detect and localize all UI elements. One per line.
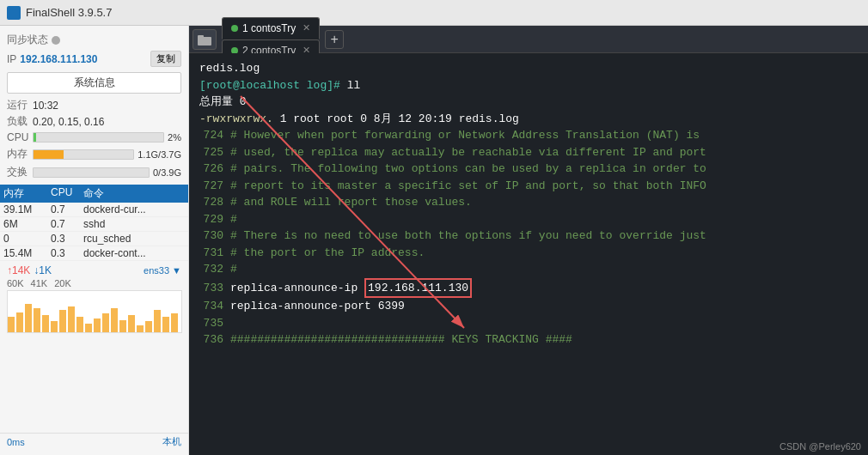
line-number: 733 <box>199 280 223 297</box>
terminal-comment: # There is no need to use both the optio… <box>230 229 706 242</box>
svg-rect-15 <box>137 325 144 333</box>
line-number: 732 <box>199 261 223 278</box>
table-row: 734replica-announce-port 6399 <box>199 298 858 315</box>
proc-cmd: sshd <box>83 218 185 230</box>
terminal-content[interactable]: redis.log[root@localhost log]# ll总用量 0-r… <box>189 53 868 455</box>
svg-rect-12 <box>111 308 118 333</box>
table-row: redis.log <box>199 60 858 77</box>
svg-rect-7 <box>68 306 75 333</box>
table-row: 总用量 0 <box>199 94 858 111</box>
ip-label: IP <box>7 53 16 65</box>
svg-rect-17 <box>154 310 161 333</box>
line-number: 729 <box>199 211 223 228</box>
swap-label: 交换 <box>7 165 33 179</box>
run-row: 运行 10:32 <box>0 97 188 113</box>
svg-rect-4 <box>42 315 49 333</box>
swap-row: 交换 0/3.9G <box>0 163 188 181</box>
sync-row: 同步状态 <box>0 31 188 49</box>
tab-tab1[interactable]: 1 contosTry✕ <box>222 17 320 39</box>
svg-rect-10 <box>94 318 101 333</box>
terminal-empty <box>230 317 237 330</box>
tab-dot <box>231 25 238 32</box>
svg-rect-0 <box>8 317 15 333</box>
svg-rect-6 <box>59 310 66 333</box>
svg-rect-5 <box>51 321 58 333</box>
terminal-perm-rest: 1 root root 0 8月 12 20:19 redis.log <box>273 112 519 125</box>
mem-progress-fill <box>34 150 64 159</box>
load-value: 0.20, 0.15, 0.16 <box>33 116 104 128</box>
proc-mem: 39.1M <box>3 203 51 215</box>
svg-rect-11 <box>102 313 109 333</box>
cpu-row: CPU 2% <box>0 130 188 145</box>
app-icon <box>7 6 21 20</box>
line-number: 727 <box>199 178 223 195</box>
table-row: -rwxrwxrwx. 1 root root 0 8月 12 20:19 re… <box>199 111 858 128</box>
tab-close-button[interactable]: ✕ <box>303 22 310 33</box>
table-row: 733replica-announce-ip 192.168.111.130 <box>199 278 858 299</box>
watermark: CSDN @Perley620 <box>779 441 861 452</box>
terminal-hash-comment: ################################ KEYS TR… <box>230 333 572 346</box>
proc-cmd: rcu_sched <box>83 233 185 245</box>
terminal-comment: # report to its master a specific set of… <box>230 179 706 192</box>
swap-progress-bg <box>33 167 150 178</box>
proc-cmd: docker-cont... <box>83 247 185 259</box>
mem-row: 内存 1.1G/3.7G <box>0 145 188 163</box>
tab-label: 1 contosTry <box>242 22 296 34</box>
table-row: 725# used, the replica may actually be r… <box>199 144 858 161</box>
mem-detail: 1.1G/3.7G <box>138 149 181 160</box>
mem-progress-bg <box>33 149 134 160</box>
table-row: 726# pairs. The following two options ca… <box>199 161 858 178</box>
folder-button[interactable] <box>193 29 217 50</box>
line-number: 724 <box>199 127 223 144</box>
ip-row: IP 192.168.111.130 复制 <box>0 49 188 69</box>
cpu-label: CPU <box>7 131 33 143</box>
bottom-ms: 0ms <box>7 437 25 447</box>
copy-button[interactable]: 复制 <box>150 51 181 67</box>
line-number: 726 <box>199 161 223 178</box>
svg-rect-3 <box>34 308 40 333</box>
proc-header-cmd: 命令 <box>83 186 185 201</box>
cpu-progress-fill <box>34 133 36 142</box>
process-table-header: 内存 CPU 命令 <box>0 185 188 203</box>
mem-label: 内存 <box>7 147 33 161</box>
svg-rect-1 <box>16 312 23 333</box>
sparkline-chart <box>7 290 182 333</box>
proc-cpu: 0.7 <box>51 218 83 230</box>
table-row: 728# and ROLE will report those values. <box>199 194 858 211</box>
svg-rect-19 <box>171 313 178 333</box>
net-up-label: ↑14K <box>7 264 30 276</box>
sync-label: 同步状态 <box>7 33 48 47</box>
list-item: 15.4M0.3docker-cont... <box>0 246 188 261</box>
terminal-comment: # However when port forwarding or Networ… <box>230 129 700 142</box>
table-row: 727# report to its master a specific set… <box>199 178 858 195</box>
title-bar: FinalShell 3.9.5.7 <box>0 0 868 26</box>
line-number: 734 <box>199 298 223 315</box>
terminal-text: redis.log <box>199 62 260 75</box>
svg-rect-18 <box>162 317 169 333</box>
svg-rect-9 <box>85 324 92 333</box>
line-number: 725 <box>199 144 223 161</box>
load-row: 负载 0.20, 0.15, 0.16 <box>0 113 188 130</box>
table-row: 732# <box>199 261 858 278</box>
sync-dot <box>52 36 60 45</box>
svg-rect-8 <box>76 317 83 333</box>
sys-info-button[interactable]: 系统信息 <box>7 72 181 94</box>
net-iface[interactable]: ens33 ▼ <box>144 265 181 276</box>
sidebar: 同步状态 IP 192.168.111.130 复制 系统信息 运行 10:32… <box>0 26 189 455</box>
table-row: 731# the port or the IP address. <box>199 245 858 262</box>
net-stat-41k: 41K <box>31 278 48 288</box>
bottom-bar: 0ms 本机 <box>0 433 188 450</box>
terminal-area: 1 contosTry✕2 contosTry✕ + redis.log[roo… <box>189 26 868 455</box>
proc-mem: 0 <box>3 233 51 245</box>
net-down-label: ↓1K <box>34 264 52 276</box>
line-number: 736 <box>199 331 223 349</box>
svg-rect-21 <box>198 35 204 39</box>
table-row: 735 <box>199 315 858 332</box>
new-tab-button[interactable]: + <box>325 30 344 49</box>
terminal-prompt: [root@localhost log]# <box>199 79 340 92</box>
line-number: 728 <box>199 194 223 211</box>
table-row: 729# <box>199 211 858 228</box>
svg-rect-16 <box>145 321 152 333</box>
list-item: 6M0.7sshd <box>0 217 188 232</box>
ip-value: 192.168.111.130 <box>20 53 97 65</box>
